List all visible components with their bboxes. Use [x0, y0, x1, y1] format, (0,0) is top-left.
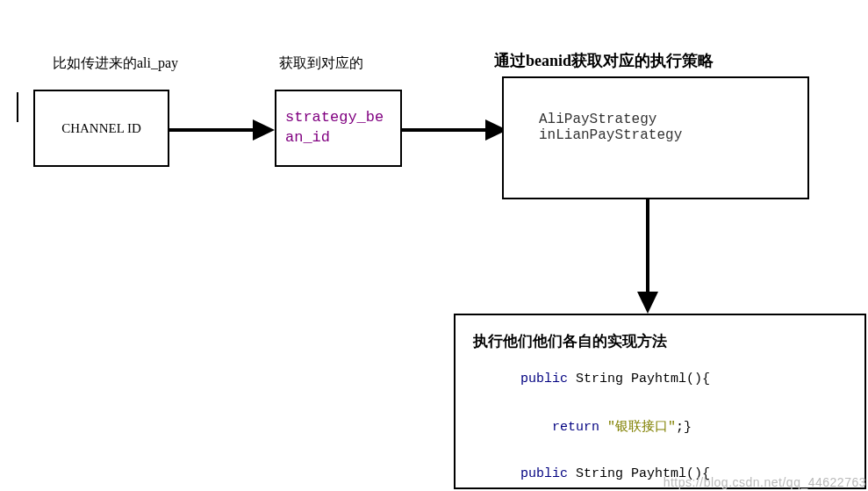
method-name-1: Payhtml [631, 372, 686, 386]
left-tick-mark [17, 92, 18, 122]
str-yinlian: "银联接口" [607, 420, 676, 435]
box2-caption: 获取到对应的 [279, 54, 363, 73]
box3-caption: 通过beanid获取对应的执行策略 [494, 50, 714, 71]
strategy-line2: inLianPayStrategy [539, 127, 772, 143]
watermark: https://blog.csdn.net/qq_44622763 [664, 475, 866, 489]
impl-title: 执行他们他们各自的实现方法 [473, 331, 847, 351]
arrow-channel-to-bean [169, 114, 275, 149]
channel-id-box: CHANNEL ID [33, 90, 169, 167]
rest-1: (){ [686, 372, 710, 386]
arrow-bean-to-strategy [402, 114, 507, 149]
type-string-2: String [568, 466, 631, 481]
channel-id-text: CHANNEL ID [61, 121, 141, 136]
strategy-bean-text: strategy_bean_id [285, 108, 391, 148]
svg-marker-1 [253, 119, 275, 141]
type-string-1: String [568, 372, 631, 386]
kw-public-2: public [520, 466, 568, 481]
kw-public-1: public [520, 372, 568, 386]
strategy-line1: AliPayStrategy [539, 112, 772, 127]
strategy-list-box: AliPayStrategy inLianPayStrategy [502, 76, 809, 199]
strategy-bean-box: strategy_bean_id [275, 90, 402, 167]
kw-return-1: return [520, 420, 607, 435]
rest-2: ;} [676, 420, 692, 435]
arrow-strategy-to-impl [632, 199, 667, 314]
svg-marker-5 [637, 292, 658, 314]
implementation-box: 执行他们他们各自的实现方法 public String Payhtml(){ r… [454, 314, 866, 489]
impl-code: public String Payhtml(){ return "银联接口";}… [473, 357, 847, 491]
box1-caption: 比如传进来的ali_pay [53, 54, 178, 73]
